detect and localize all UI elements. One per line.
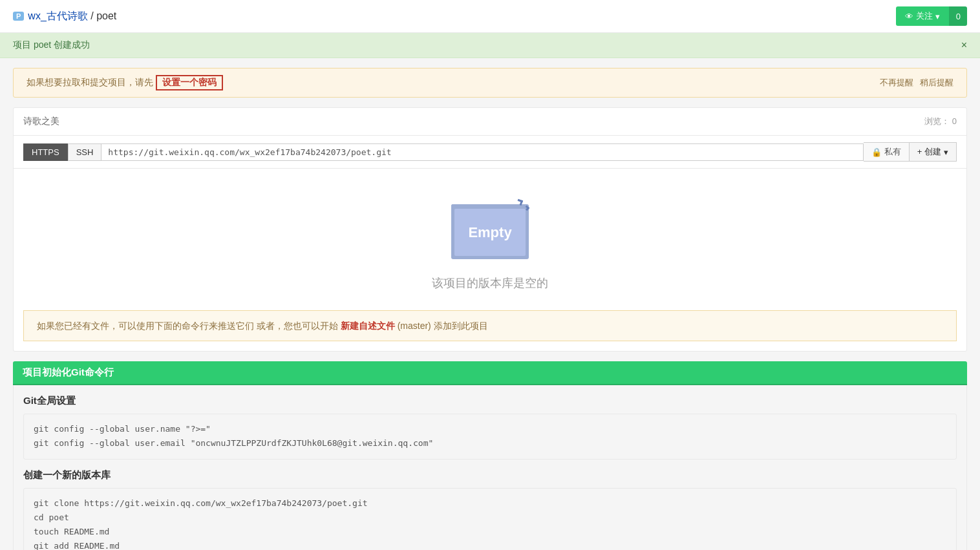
private-label: 私有 [884,146,901,158]
repo-badge: P [13,12,24,21]
main-content: 诗歌之美 浏览： 0 HTTPS SSH 🔒 私有 + 创建 ▾ Empty [13,107,967,352]
url-bar: HTTPS SSH 🔒 私有 + 创建 ▾ [14,136,966,169]
info-suffix: (master) 添加到此项目 [398,321,488,331]
repo-separator: / [91,10,93,21]
global-config-code: git config --global user.name "?>=" git … [23,414,957,459]
chevron-down-icon: ▾ [944,147,948,157]
success-close-button[interactable]: × [961,39,967,51]
new-repo-title: 创建一个新的版本库 [23,469,957,481]
folder-inner: Empty [454,209,526,256]
empty-description: 该项目的版本库是空的 [432,275,548,291]
code-line-cd: cd poet [34,511,946,525]
info-prefix: 如果您已经有文件，可以使用下面的命令行来推送它们 或者，您也可以开始 [37,321,338,331]
code-line-1: git config --global user.name "?>=" [34,422,946,436]
watch-count-button[interactable]: 0 [949,6,967,26]
private-badge: 🔒 私有 [864,142,910,162]
code-line-clone: git clone https://git.weixin.qq.com/wx_w… [34,496,946,511]
repo-title: P wx_古代诗歌 / poet [13,10,116,23]
lock-icon: 🔒 [871,147,882,157]
top-bar: P wx_古代诗歌 / poet 👁 关注 ▾ 0 [0,0,980,33]
watch-label: 关注 [916,10,933,22]
new-readme-link[interactable]: 新建自述文件 [341,321,395,331]
ssh-button[interactable]: SSH [68,143,102,161]
warning-right: 不再提醒 稍后提醒 [880,77,953,89]
global-config-title: Git全局设置 [23,395,957,407]
create-label: + 创建 [917,146,941,158]
chevron-down-icon: ▾ [935,12,940,21]
set-password-link[interactable]: 设置一个密码 [156,75,223,90]
eye-icon: 👁 [905,12,913,21]
git-section-header: 项目初始化Git命令行 [13,361,967,385]
info-banner: 如果您已经有文件，可以使用下面的命令行来推送它们 或者，您也可以开始 新建自述文… [23,310,957,341]
warning-prefix: 如果想要拉取和提交项目，请先 [27,77,153,89]
create-button[interactable]: + 创建 ▾ [910,142,957,162]
repo-user-link[interactable]: wx_古代诗歌 [28,10,87,21]
browse-count: 浏览： 0 [924,116,957,127]
empty-state: Empty 该项目的版本库是空的 [14,169,966,310]
watch-group: 👁 关注 ▾ 0 [896,6,967,26]
git-section: 项目初始化Git命令行 Git全局设置 git config --global … [13,361,967,550]
new-repo-code: git clone https://git.weixin.qq.com/wx_w… [23,488,957,550]
https-button[interactable]: HTTPS [23,143,68,161]
code-line-add: git add README.md [34,539,946,550]
code-line-touch: touch README.md [34,525,946,539]
success-banner: 项目 poet 创建成功 × [0,33,980,58]
password-warning: 如果想要拉取和提交项目，请先 设置一个密码 不再提醒 稍后提醒 [13,68,967,98]
remind-later-link[interactable]: 稍后提醒 [920,77,953,89]
watch-button[interactable]: 👁 关注 ▾ [896,6,949,26]
repo-path: wx_古代诗歌 / poet [28,10,116,23]
success-message: 项目 poet 创建成功 [13,39,90,51]
no-remind-link[interactable]: 不再提醒 [880,77,913,89]
warning-left: 如果想要拉取和提交项目，请先 设置一个密码 [27,75,223,90]
repo-header: 诗歌之美 浏览： 0 [14,108,966,136]
repo-description: 诗歌之美 [23,116,59,127]
repo-url-input[interactable] [101,143,863,161]
repo-name: poet [96,10,116,21]
empty-label: Empty [468,224,511,241]
git-section-body: Git全局设置 git config --global user.name "?… [13,385,967,550]
code-line-2: git config --global user.email "oncwnuJT… [34,436,946,450]
folder-icon: Empty [451,195,529,259]
